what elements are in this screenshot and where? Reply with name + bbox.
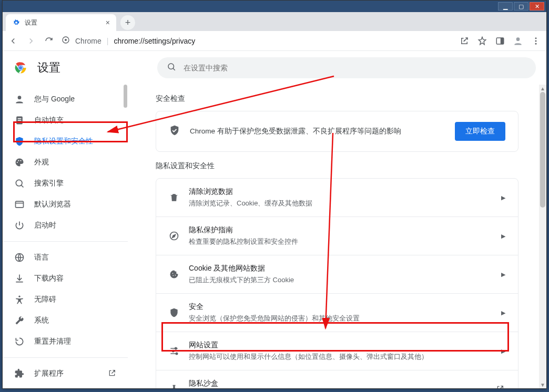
bookmark-icon[interactable] xyxy=(477,36,487,46)
svg-point-1 xyxy=(65,39,67,41)
safety-check-button[interactable]: 立即检查 xyxy=(455,122,505,141)
shield-icon xyxy=(169,307,179,318)
section-title-safety: 安全检查 xyxy=(156,94,518,104)
sidebar-item-label: 外观 xyxy=(34,158,49,167)
settings-sidebar: 您与 Google自动填充隐私设置和安全性外观搜索引擎默认浏览器启动时 语言下载… xyxy=(3,85,128,388)
new-tab-button[interactable]: + xyxy=(120,15,135,30)
search-icon xyxy=(167,62,176,74)
svg-point-31 xyxy=(172,350,174,352)
privacy-row-flask[interactable]: 隐私沙盒试用版功能已开启 xyxy=(156,370,518,388)
svg-point-30 xyxy=(175,347,177,349)
profile-icon[interactable] xyxy=(513,36,523,46)
window-minimize-button[interactable]: ▁ xyxy=(498,2,513,11)
sidebar-item-label: 系统 xyxy=(34,316,49,325)
chevron-right-icon: ▶ xyxy=(501,271,505,278)
browser-tab-settings[interactable]: 设置 × xyxy=(6,14,116,31)
svg-point-32 xyxy=(176,353,177,354)
row-title: 网站设置 xyxy=(189,341,492,350)
scroll-down-icon[interactable]: ▼ xyxy=(539,381,546,388)
palette-icon xyxy=(14,157,25,168)
sidebar-divider xyxy=(3,357,128,358)
sidebar-item-wrench[interactable]: 系统 xyxy=(3,310,128,331)
sidebar-item-power[interactable]: 启动时 xyxy=(3,215,128,236)
privacy-row-cookie[interactable]: Cookie 及其他网站数据已阻止无痕模式下的第三方 Cookie▶ xyxy=(156,255,518,293)
sidebar-divider xyxy=(3,241,128,242)
sidebar-item-search[interactable]: 搜索引擎 xyxy=(3,173,128,194)
sidebar-item-shield[interactable]: 隐私设置和安全性 xyxy=(3,131,128,152)
row-subtitle: 清除浏览记录、Cookie、缓存及其他数据 xyxy=(189,199,492,208)
sidebar-item-label: 扩展程序 xyxy=(34,369,64,378)
tab-title: 设置 xyxy=(25,18,37,27)
svg-point-18 xyxy=(20,160,21,161)
sidepanel-icon[interactable] xyxy=(495,36,505,46)
chrome-chip-label: Chrome xyxy=(75,37,101,45)
reload-button[interactable] xyxy=(44,36,54,46)
svg-point-7 xyxy=(535,43,537,44)
sidebar-item-reset[interactable]: 重置并清理 xyxy=(3,331,128,352)
privacy-row-tune[interactable]: 网站设置控制网站可以使用和显示什么信息（如位置信息、摄像头、弹出式窗口及其他）▶ xyxy=(156,332,518,370)
privacy-row-shield[interactable]: 安全安全浏览（保护您免受危险网站的侵害）和其他安全设置▶ xyxy=(156,293,518,332)
window-maximize-button[interactable]: ▢ xyxy=(514,2,528,11)
sidebar-item-globe[interactable]: 语言 xyxy=(3,247,128,268)
safety-check-card: Chrome 有助于保护您免受数据泄露、不良扩展程序等问题的影响 立即检查 xyxy=(156,111,518,152)
privacy-card: 清除浏览数据清除浏览记录、Cookie、缓存及其他数据▶隐私保护指南检查重要的隐… xyxy=(156,178,518,388)
sidebar-item-label: 您与 Google xyxy=(34,95,75,104)
row-subtitle: 安全浏览（保护您免受危险网站的侵害）和其他安全设置 xyxy=(189,314,492,323)
sidebar-scrollbar[interactable] xyxy=(123,85,128,388)
flask-icon xyxy=(169,384,179,388)
globe-icon xyxy=(14,252,25,263)
svg-point-4 xyxy=(516,37,520,41)
sidebar-item-autofill[interactable]: 自动填充 xyxy=(3,110,128,131)
scroll-up-icon[interactable]: ▲ xyxy=(539,85,546,92)
svg-point-5 xyxy=(535,37,537,39)
main-scrollbar[interactable]: ▲ ▼ xyxy=(539,85,546,388)
chevron-right-icon: ▶ xyxy=(501,348,505,355)
menu-icon[interactable] xyxy=(531,36,541,46)
sidebar-item-extension[interactable]: 扩展程序 xyxy=(3,363,128,384)
sidebar-item-palette[interactable]: 外观 xyxy=(3,152,128,173)
trash-icon xyxy=(169,192,179,203)
wrench-icon xyxy=(14,315,25,326)
window-close-button[interactable]: ✕ xyxy=(530,2,544,11)
back-button[interactable] xyxy=(8,36,18,46)
settings-search[interactable] xyxy=(157,57,536,78)
url-text: chrome://settings/privacy xyxy=(114,37,195,45)
sidebar-item-accessibility[interactable]: 无障碍 xyxy=(3,289,128,310)
sidebar-item-chrome[interactable]: 关于 Chrome xyxy=(3,384,128,388)
browser-icon xyxy=(14,199,25,210)
privacy-row-trash[interactable]: 清除浏览数据清除浏览记录、Cookie、缓存及其他数据▶ xyxy=(156,179,518,216)
external-link-icon xyxy=(108,369,116,379)
sidebar-item-person[interactable]: 您与 Google xyxy=(3,89,128,110)
privacy-row-compass[interactable]: 隐私保护指南检查重要的隐私控制设置和安全控件▶ xyxy=(156,216,518,255)
accessibility-icon xyxy=(14,294,25,305)
row-title: 清除浏览数据 xyxy=(189,187,492,197)
svg-point-27 xyxy=(172,273,174,274)
sidebar-item-label: 重置并清理 xyxy=(34,337,71,346)
svg-point-17 xyxy=(18,160,19,161)
cookie-icon xyxy=(169,269,179,280)
sidebar-item-label: 自动填充 xyxy=(34,116,64,125)
row-title: 隐私保护指南 xyxy=(189,225,492,235)
sidebar-item-label: 默认浏览器 xyxy=(34,200,71,209)
extension-icon xyxy=(14,368,25,379)
omnibox[interactable]: Chrome | chrome://settings/privacy xyxy=(62,36,452,46)
svg-point-16 xyxy=(17,162,18,163)
chrome-chip-icon xyxy=(62,36,70,46)
sidebar-item-browser[interactable]: 默认浏览器 xyxy=(3,194,128,215)
close-tab-icon[interactable]: × xyxy=(106,18,110,27)
share-icon[interactable] xyxy=(459,36,470,46)
tune-icon xyxy=(169,346,179,356)
window-titlebar: ▁ ▢ ✕ xyxy=(3,1,546,12)
forward-button[interactable] xyxy=(26,36,36,46)
safety-text: Chrome 有助于保护您免受数据泄露、不良扩展程序等问题的影响 xyxy=(190,127,445,136)
sidebar-item-label: 隐私设置和安全性 xyxy=(34,137,93,146)
chevron-right-icon: ▶ xyxy=(501,310,505,316)
compass-icon xyxy=(169,231,179,241)
sidebar-item-download[interactable]: 下载内容 xyxy=(3,268,128,289)
chrome-logo-icon xyxy=(13,60,28,75)
svg-point-6 xyxy=(535,40,537,42)
row-title: Cookie 及其他网站数据 xyxy=(189,264,492,273)
settings-search-input[interactable] xyxy=(184,64,526,72)
settings-header: 设置 xyxy=(3,51,546,85)
person-icon xyxy=(14,94,25,105)
